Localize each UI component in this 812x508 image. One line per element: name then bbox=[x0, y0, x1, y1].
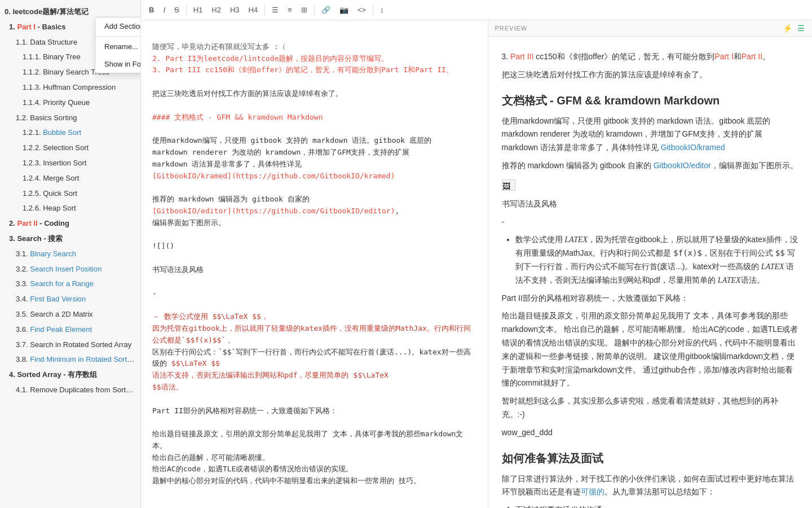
strikethrough-button[interactable]: S bbox=[171, 5, 183, 15]
sidebar-item-1-2-1[interactable]: 1.2.1. Bubble Sort bbox=[0, 125, 140, 141]
context-menu: Add Section Rename... Show in Folder bbox=[95, 17, 141, 73]
preview-p1: 3. Part III cc150和《剑指offer》的笔记，暂无，有可能分散到… bbox=[502, 50, 799, 64]
bold-button[interactable]: B bbox=[145, 5, 157, 15]
preview-pane: 3. Part III cc150和《剑指offer》的笔记，暂无，有可能分散到… bbox=[488, 37, 813, 508]
table-button[interactable]: ⊞ bbox=[298, 5, 311, 15]
sidebar-item-1-2-5[interactable]: 1.2.5. Quick Sort bbox=[0, 186, 140, 202]
sidebar-item-1-2-6[interactable]: 1.2.6. Heap Sort bbox=[0, 201, 140, 216]
h2-button[interactable]: H2 bbox=[208, 5, 224, 15]
h4-button[interactable]: H4 bbox=[245, 5, 262, 15]
sidebar-item-1-1-4[interactable]: 1.1.4. Priority Queue bbox=[0, 95, 140, 111]
preview-h2-2: 如何准备算法及面试 bbox=[502, 449, 799, 468]
preview-link-1[interactable]: GitbookIO/kramed bbox=[661, 143, 725, 152]
sidebar-item-3-7[interactable]: 3.7. Search in Rotated Sorted Array bbox=[0, 338, 140, 353]
preview-label: PREVIEW bbox=[495, 25, 528, 32]
toolbar-separator-4 bbox=[373, 5, 373, 16]
preview-p8: 给出题目链接及原文，引用的原文部分简单起见我用了 文本，具体可参考我的那些mar… bbox=[502, 309, 799, 390]
menu-add-section[interactable]: Add Section bbox=[95, 17, 141, 35]
menu-rename[interactable]: Rename... bbox=[95, 38, 141, 55]
preview-p3: 使用markdown编写，只使用 gitbook 支持的 markdown 语法… bbox=[502, 115, 799, 155]
sidebar-item-3-3[interactable]: 3.3. Search for a Range bbox=[0, 277, 140, 292]
menu-show-in-folder[interactable]: Show in Folder bbox=[95, 55, 141, 73]
editor-pane[interactable]: 随便写，毕竟动力还有限就没写太多 :（ 2. Part II为leetcode/… bbox=[141, 20, 488, 508]
sidebar-item-3-1[interactable]: 3.1. Binary Search bbox=[0, 247, 140, 262]
italic-button[interactable]: I bbox=[160, 5, 169, 15]
preview-p2: 把这三块吃透后对付找工作方面的算法应该是绰绰有余了。 bbox=[502, 68, 799, 82]
h1-button[interactable]: H1 bbox=[190, 5, 206, 15]
preview-ol: 面试过程要有适当的沟通 听到问题后要讲自己的理解 与面试官沟通题目的细节 告诉面… bbox=[515, 503, 799, 508]
preview-p9: 暂时就想到这么多，其实没那么多讲究啦，感觉看着清楚就好，其他想到的再补充。:-) bbox=[502, 395, 799, 422]
lightning-icon[interactable]: ⚡ bbox=[783, 24, 793, 33]
lines-icon[interactable]: ☰ bbox=[797, 24, 805, 33]
sidebar-item-1-2-4[interactable]: 1.2.4. Merge Sort bbox=[0, 171, 140, 186]
sort-button[interactable]: ↕ bbox=[377, 5, 387, 15]
sidebar-item-1-2-3[interactable]: 1.2.3. Insertion Sort bbox=[0, 156, 140, 171]
ordered-list-button[interactable]: ≡ bbox=[284, 5, 295, 15]
preview-header: PREVIEW ⚡ ☰ bbox=[488, 20, 813, 37]
preview-p5: 书写语法及风格 bbox=[502, 198, 799, 211]
code-button[interactable]: <> bbox=[354, 5, 369, 15]
sidebar-item-1-2[interactable]: 1.2. Basics Sorting bbox=[0, 111, 140, 126]
sidebar: 0. leetcode题解/算法笔记 1. Part I - Basics 1.… bbox=[0, 0, 141, 508]
editor-preview-container: 随便写，毕竟动力还有限就没写太多 :（ 2. Part II为leetcode/… bbox=[141, 20, 812, 508]
preview-link-2[interactable]: GitbookIO/editor bbox=[654, 161, 711, 170]
editor-toolbar: B I S H1 H2 H3 H4 ☰ ≡ ⊞ 🔗 📷 <> ↕ bbox=[141, 0, 812, 20]
preview-p6: - bbox=[502, 216, 799, 229]
preview-username: wow_ged_ddd bbox=[502, 426, 799, 440]
sidebar-item-3-5[interactable]: 3.5. Search a 2D Matrix bbox=[0, 307, 140, 322]
toolbar-separator-3 bbox=[314, 5, 315, 16]
preview-ul: 数学公式使用 LATEX，因为托管在gitbook上，所以就用了轻量级的kate… bbox=[515, 233, 799, 287]
unordered-list-button[interactable]: ☰ bbox=[268, 5, 282, 15]
menu-divider bbox=[95, 36, 141, 37]
sidebar-item-3-2[interactable]: 3.2. Search Insert Position bbox=[0, 262, 140, 277]
preview-h2-1: 文档格式 - GFM && kramdown Markdown bbox=[502, 91, 799, 110]
toolbar-separator-2 bbox=[264, 5, 265, 16]
link-button[interactable]: 🔗 bbox=[318, 5, 334, 15]
sidebar-item-1-1-3[interactable]: 1.1.3. Huffman Compression bbox=[0, 80, 140, 95]
sidebar-item-3-8[interactable]: 3.8. Find Minimum in Rotated Sorted Arra… bbox=[0, 352, 140, 367]
sidebar-item-2[interactable]: 2. Part II - Coding bbox=[0, 216, 140, 231]
preview-li-1: 数学公式使用 LATEX，因为托管在gitbook上，所以就用了轻量级的kate… bbox=[515, 233, 799, 287]
preview-p4: 推荐的 markdown 编辑器为 gitbook 自家的 GitbookIO/… bbox=[502, 159, 799, 173]
main-area: B I S H1 H2 H3 H4 ☰ ≡ ⊞ 🔗 📷 <> ↕ 随便写，毕竟动… bbox=[141, 0, 812, 508]
preview-ol-li-1: 面试过程要有适当的沟通 bbox=[515, 503, 799, 508]
sidebar-item-1-2-2[interactable]: 1.2.2. Selection Sort bbox=[0, 141, 140, 156]
preview-container: PREVIEW ⚡ ☰ 3. Part III cc150和《剑指offer》的… bbox=[488, 20, 813, 508]
sidebar-item-3-4[interactable]: 3.4. First Bad Version bbox=[0, 292, 140, 307]
sidebar-item-4[interactable]: 4. Sorted Array - 有序数组 bbox=[0, 367, 140, 383]
h3-button[interactable]: H3 bbox=[227, 5, 243, 15]
sidebar-item-3-6[interactable]: 3.6. Find Peak Element bbox=[0, 322, 140, 338]
preview-p10: 除了日常进行算法外，对于找工作的小伙伴们来说，如何在面试过程中更好地在算法环节脱… bbox=[502, 472, 799, 500]
toolbar-separator-1 bbox=[186, 5, 187, 16]
sidebar-item-3[interactable]: 3. Search - 搜索 bbox=[0, 231, 140, 247]
preview-header-icons: ⚡ ☰ bbox=[783, 24, 805, 33]
preview-p7: Part II部分的风格相对容易统一，大致遵循如下风格： bbox=[502, 292, 799, 305]
preview-image-placeholder: 🖼 bbox=[502, 177, 799, 193]
image-button[interactable]: 📷 bbox=[336, 5, 352, 15]
sidebar-item-4-1[interactable]: 4.1. Remove Duplicates from Sorted Array bbox=[0, 383, 140, 398]
